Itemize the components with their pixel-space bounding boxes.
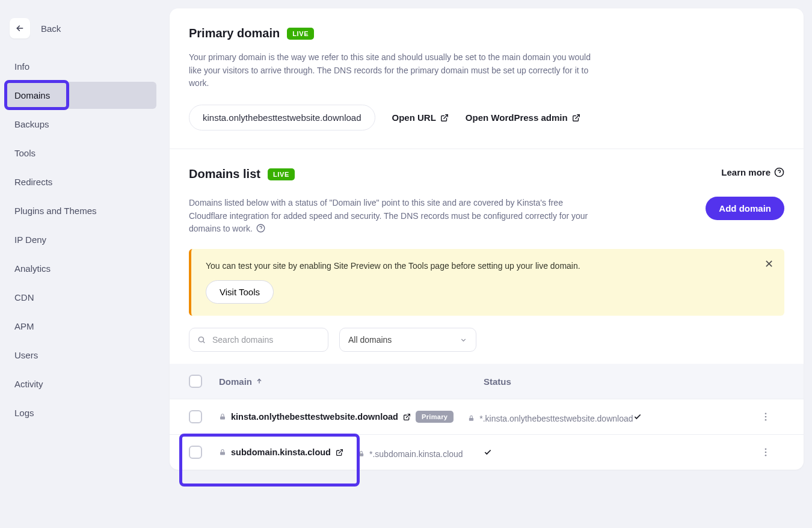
svg-point-15 [765, 419, 767, 421]
sidebar-item-backups[interactable]: Backups [6, 111, 156, 138]
table-row: kinsta.onlythebesttestwebsite.download P… [170, 399, 804, 434]
table-header: Domain Status [170, 364, 804, 399]
svg-rect-18 [359, 453, 363, 456]
open-url-link[interactable]: Open URL [392, 112, 449, 123]
primary-domain-section: Primary domain LIVE Your primary domain … [170, 26, 804, 149]
filter-selected-label: All domains [348, 335, 392, 345]
sidebar-item-plugins-and-themes[interactable]: Plugins and Themes [6, 197, 156, 224]
check-icon [484, 448, 492, 456]
primary-badge: Primary [416, 411, 454, 423]
external-link-icon [572, 114, 580, 122]
external-link-icon[interactable] [403, 413, 411, 421]
check-icon [633, 413, 642, 421]
domains-list-description: Domains listed below with a status of "D… [189, 197, 598, 236]
open-wordpress-admin-link[interactable]: Open WordPress admin [466, 112, 580, 123]
sidebar-item-apm[interactable]: APM [6, 313, 156, 340]
lock-icon [219, 449, 226, 456]
live-badge: LIVE [268, 168, 295, 180]
notice-text: You can test your site by enabling Site … [206, 261, 770, 271]
primary-domain-value: kinsta.onlythebesttestwebsite.download [189, 105, 375, 130]
more-vertical-icon[interactable] [760, 447, 771, 458]
sidebar-item-analytics[interactable]: Analytics [6, 255, 156, 282]
external-link-icon[interactable] [336, 449, 343, 456]
sidebar-item-cdn[interactable]: CDN [6, 284, 156, 311]
sidebar-item-logs[interactable]: Logs [6, 399, 156, 426]
sidebar-item-redirects[interactable]: Redirects [6, 168, 156, 195]
svg-point-7 [198, 337, 203, 342]
svg-point-13 [765, 413, 767, 415]
svg-point-20 [765, 452, 767, 453]
site-preview-notice: ✕ You can test your site by enabling Sit… [189, 249, 784, 316]
svg-rect-10 [220, 417, 225, 420]
lock-icon [219, 413, 226, 420]
card: Primary domain LIVE Your primary domain … [170, 8, 804, 470]
domains-list-title: Domains list [189, 167, 260, 181]
close-icon[interactable]: ✕ [764, 257, 774, 271]
svg-line-2 [575, 114, 579, 118]
primary-domain-title: Primary domain [189, 26, 280, 40]
sidebar: Back Info Domains Backups Tools Redirect… [0, 0, 162, 528]
search-domains-input[interactable] [189, 328, 328, 352]
sidebar-item-info[interactable]: Info [6, 53, 156, 80]
sidebar-item-domains[interactable]: Domains [6, 82, 156, 109]
svg-point-14 [765, 416, 767, 418]
filter-row: All domains [170, 328, 804, 364]
back-icon-wrap [10, 18, 30, 38]
primary-domain-description: Your primary domain is the way we refer … [189, 51, 598, 90]
back-label: Back [41, 23, 61, 34]
svg-rect-12 [469, 418, 473, 421]
arrow-left-icon [15, 23, 25, 33]
sort-up-icon [256, 378, 263, 385]
search-icon [197, 336, 206, 344]
domain-name[interactable]: subdomain.kinsta.cloud [231, 447, 331, 457]
svg-line-1 [444, 114, 448, 118]
help-circle-icon [774, 167, 784, 177]
column-header-status[interactable]: Status [484, 376, 760, 387]
domain-filter-select[interactable]: All domains [339, 328, 476, 352]
sidebar-item-tools[interactable]: Tools [6, 140, 156, 167]
svg-point-21 [765, 455, 767, 456]
wildcard-domain: *.kinsta.onlythebesttestwebsite.download [479, 414, 633, 423]
select-all-checkbox[interactable] [189, 375, 202, 388]
highlight-annotation [179, 434, 360, 487]
domain-name[interactable]: kinsta.onlythebesttestwebsite.download [231, 412, 398, 422]
svg-line-8 [203, 342, 205, 343]
svg-line-11 [406, 414, 410, 417]
row-checkbox[interactable] [189, 446, 202, 459]
sidebar-item-users[interactable]: Users [6, 342, 156, 369]
lock-icon [468, 415, 475, 422]
column-header-domain[interactable]: Domain [219, 376, 484, 387]
back-button[interactable]: Back [6, 14, 156, 53]
domains-list-section: Domains list LIVE Learn more Domains lis… [170, 149, 804, 316]
wildcard-domain: *.subdomain.kinsta.cloud [369, 449, 463, 459]
visit-tools-button[interactable]: Visit Tools [206, 280, 274, 304]
svg-line-17 [339, 449, 342, 453]
lock-icon [358, 450, 364, 457]
chevron-down-icon [460, 336, 467, 344]
help-circle-icon[interactable] [256, 224, 265, 233]
table-row: subdomain.kinsta.cloud *.subdomain.kinst… [170, 434, 804, 470]
sidebar-item-ip-deny[interactable]: IP Deny [6, 226, 156, 253]
svg-rect-16 [220, 452, 225, 455]
row-checkbox[interactable] [189, 410, 202, 423]
svg-point-19 [765, 449, 767, 450]
add-domain-button[interactable]: Add domain [706, 197, 784, 220]
learn-more-link[interactable]: Learn more [721, 167, 784, 177]
external-link-icon [440, 114, 449, 122]
main-content: Primary domain LIVE Your primary domain … [162, 0, 812, 528]
sidebar-item-activity[interactable]: Activity [6, 370, 156, 398]
search-wrap [189, 328, 328, 352]
live-badge: LIVE [287, 28, 314, 40]
more-vertical-icon[interactable] [760, 411, 771, 422]
